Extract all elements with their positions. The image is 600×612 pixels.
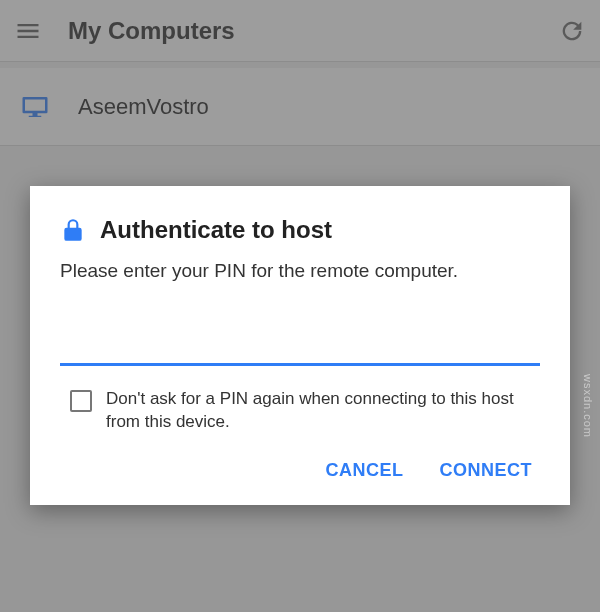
remember-label: Don't ask for a PIN again when connectin… [106, 388, 536, 434]
dialog-actions: CANCEL CONNECT [60, 460, 540, 491]
remember-checkbox[interactable] [70, 390, 92, 412]
dialog-title: Authenticate to host [100, 216, 332, 244]
cancel-button[interactable]: CANCEL [326, 460, 404, 481]
watermark: wsxdn.com [582, 374, 594, 438]
lock-icon [60, 217, 86, 243]
dialog-message: Please enter your PIN for the remote com… [60, 258, 540, 284]
pin-input[interactable] [60, 324, 540, 366]
remember-row[interactable]: Don't ask for a PIN again when connectin… [60, 388, 540, 434]
dialog-header: Authenticate to host [60, 216, 540, 244]
connect-button[interactable]: CONNECT [440, 460, 533, 481]
auth-dialog: Authenticate to host Please enter your P… [30, 186, 570, 505]
